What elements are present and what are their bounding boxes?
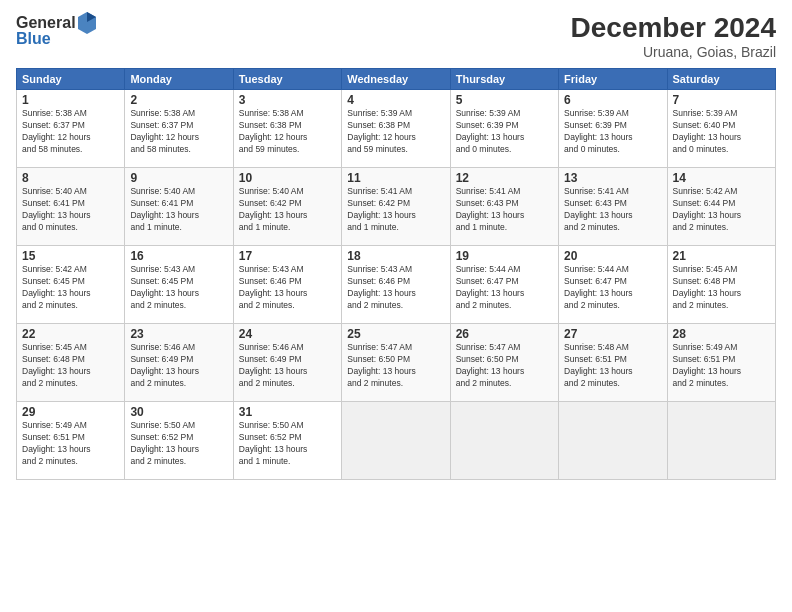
- day-info: Sunrise: 5:46 AMSunset: 6:49 PMDaylight:…: [239, 342, 336, 390]
- table-row: 14Sunrise: 5:42 AMSunset: 6:44 PMDayligh…: [667, 168, 775, 246]
- day-info: Sunrise: 5:43 AMSunset: 6:46 PMDaylight:…: [347, 264, 444, 312]
- table-row: 10Sunrise: 5:40 AMSunset: 6:42 PMDayligh…: [233, 168, 341, 246]
- day-number: 12: [456, 171, 553, 185]
- day-number: 17: [239, 249, 336, 263]
- day-number: 31: [239, 405, 336, 419]
- table-row: 29Sunrise: 5:49 AMSunset: 6:51 PMDayligh…: [17, 402, 125, 480]
- table-row: 24Sunrise: 5:46 AMSunset: 6:49 PMDayligh…: [233, 324, 341, 402]
- day-number: 22: [22, 327, 119, 341]
- col-friday: Friday: [559, 69, 667, 90]
- day-number: 25: [347, 327, 444, 341]
- day-number: 3: [239, 93, 336, 107]
- day-info: Sunrise: 5:44 AMSunset: 6:47 PMDaylight:…: [564, 264, 661, 312]
- day-info: Sunrise: 5:49 AMSunset: 6:51 PMDaylight:…: [673, 342, 770, 390]
- table-row: 28Sunrise: 5:49 AMSunset: 6:51 PMDayligh…: [667, 324, 775, 402]
- day-number: 18: [347, 249, 444, 263]
- day-info: Sunrise: 5:46 AMSunset: 6:49 PMDaylight:…: [130, 342, 227, 390]
- day-info: Sunrise: 5:40 AMSunset: 6:41 PMDaylight:…: [22, 186, 119, 234]
- day-number: 24: [239, 327, 336, 341]
- table-row: 3Sunrise: 5:38 AMSunset: 6:38 PMDaylight…: [233, 90, 341, 168]
- day-number: 19: [456, 249, 553, 263]
- day-number: 16: [130, 249, 227, 263]
- day-number: 11: [347, 171, 444, 185]
- day-number: 27: [564, 327, 661, 341]
- day-number: 29: [22, 405, 119, 419]
- day-info: Sunrise: 5:43 AMSunset: 6:45 PMDaylight:…: [130, 264, 227, 312]
- table-row: 30Sunrise: 5:50 AMSunset: 6:52 PMDayligh…: [125, 402, 233, 480]
- table-row: 2Sunrise: 5:38 AMSunset: 6:37 PMDaylight…: [125, 90, 233, 168]
- day-number: 8: [22, 171, 119, 185]
- day-info: Sunrise: 5:39 AMSunset: 6:39 PMDaylight:…: [456, 108, 553, 156]
- logo-blue: Blue: [16, 30, 51, 48]
- table-row: 31Sunrise: 5:50 AMSunset: 6:52 PMDayligh…: [233, 402, 341, 480]
- day-info: Sunrise: 5:42 AMSunset: 6:45 PMDaylight:…: [22, 264, 119, 312]
- day-info: Sunrise: 5:39 AMSunset: 6:40 PMDaylight:…: [673, 108, 770, 156]
- month-title: December 2024: [571, 12, 776, 44]
- day-info: Sunrise: 5:47 AMSunset: 6:50 PMDaylight:…: [456, 342, 553, 390]
- table-row: 17Sunrise: 5:43 AMSunset: 6:46 PMDayligh…: [233, 246, 341, 324]
- table-row: [342, 402, 450, 480]
- table-row: 4Sunrise: 5:39 AMSunset: 6:38 PMDaylight…: [342, 90, 450, 168]
- day-info: Sunrise: 5:39 AMSunset: 6:39 PMDaylight:…: [564, 108, 661, 156]
- day-number: 9: [130, 171, 227, 185]
- day-info: Sunrise: 5:38 AMSunset: 6:37 PMDaylight:…: [130, 108, 227, 156]
- day-number: 10: [239, 171, 336, 185]
- table-row: [559, 402, 667, 480]
- day-number: 5: [456, 93, 553, 107]
- page-container: General Blue December 2024 Uruana, Goias…: [0, 0, 792, 612]
- day-number: 7: [673, 93, 770, 107]
- day-number: 14: [673, 171, 770, 185]
- table-row: 11Sunrise: 5:41 AMSunset: 6:42 PMDayligh…: [342, 168, 450, 246]
- day-info: Sunrise: 5:39 AMSunset: 6:38 PMDaylight:…: [347, 108, 444, 156]
- day-number: 13: [564, 171, 661, 185]
- table-row: 9Sunrise: 5:40 AMSunset: 6:41 PMDaylight…: [125, 168, 233, 246]
- day-info: Sunrise: 5:42 AMSunset: 6:44 PMDaylight:…: [673, 186, 770, 234]
- day-number: 26: [456, 327, 553, 341]
- table-row: [450, 402, 558, 480]
- day-number: 21: [673, 249, 770, 263]
- day-number: 30: [130, 405, 227, 419]
- table-row: 21Sunrise: 5:45 AMSunset: 6:48 PMDayligh…: [667, 246, 775, 324]
- logo: General Blue: [16, 12, 98, 48]
- day-number: 6: [564, 93, 661, 107]
- calendar-week-row: 8Sunrise: 5:40 AMSunset: 6:41 PMDaylight…: [17, 168, 776, 246]
- col-sunday: Sunday: [17, 69, 125, 90]
- table-row: 27Sunrise: 5:48 AMSunset: 6:51 PMDayligh…: [559, 324, 667, 402]
- table-row: 12Sunrise: 5:41 AMSunset: 6:43 PMDayligh…: [450, 168, 558, 246]
- day-info: Sunrise: 5:44 AMSunset: 6:47 PMDaylight:…: [456, 264, 553, 312]
- col-saturday: Saturday: [667, 69, 775, 90]
- table-row: 18Sunrise: 5:43 AMSunset: 6:46 PMDayligh…: [342, 246, 450, 324]
- table-row: 8Sunrise: 5:40 AMSunset: 6:41 PMDaylight…: [17, 168, 125, 246]
- table-row: 16Sunrise: 5:43 AMSunset: 6:45 PMDayligh…: [125, 246, 233, 324]
- calendar-week-row: 15Sunrise: 5:42 AMSunset: 6:45 PMDayligh…: [17, 246, 776, 324]
- day-info: Sunrise: 5:40 AMSunset: 6:41 PMDaylight:…: [130, 186, 227, 234]
- day-info: Sunrise: 5:48 AMSunset: 6:51 PMDaylight:…: [564, 342, 661, 390]
- title-block: December 2024 Uruana, Goias, Brazil: [571, 12, 776, 60]
- calendar-header-row: Sunday Monday Tuesday Wednesday Thursday…: [17, 69, 776, 90]
- subtitle: Uruana, Goias, Brazil: [571, 44, 776, 60]
- table-row: 22Sunrise: 5:45 AMSunset: 6:48 PMDayligh…: [17, 324, 125, 402]
- day-info: Sunrise: 5:50 AMSunset: 6:52 PMDaylight:…: [130, 420, 227, 468]
- day-number: 20: [564, 249, 661, 263]
- day-number: 28: [673, 327, 770, 341]
- day-info: Sunrise: 5:41 AMSunset: 6:42 PMDaylight:…: [347, 186, 444, 234]
- col-monday: Monday: [125, 69, 233, 90]
- table-row: 5Sunrise: 5:39 AMSunset: 6:39 PMDaylight…: [450, 90, 558, 168]
- day-info: Sunrise: 5:47 AMSunset: 6:50 PMDaylight:…: [347, 342, 444, 390]
- day-number: 4: [347, 93, 444, 107]
- day-number: 2: [130, 93, 227, 107]
- day-info: Sunrise: 5:41 AMSunset: 6:43 PMDaylight:…: [456, 186, 553, 234]
- col-tuesday: Tuesday: [233, 69, 341, 90]
- table-row: 19Sunrise: 5:44 AMSunset: 6:47 PMDayligh…: [450, 246, 558, 324]
- table-row: 23Sunrise: 5:46 AMSunset: 6:49 PMDayligh…: [125, 324, 233, 402]
- table-row: 20Sunrise: 5:44 AMSunset: 6:47 PMDayligh…: [559, 246, 667, 324]
- day-info: Sunrise: 5:50 AMSunset: 6:52 PMDaylight:…: [239, 420, 336, 468]
- day-info: Sunrise: 5:45 AMSunset: 6:48 PMDaylight:…: [22, 342, 119, 390]
- table-row: 6Sunrise: 5:39 AMSunset: 6:39 PMDaylight…: [559, 90, 667, 168]
- logo-icon: [78, 12, 96, 34]
- day-info: Sunrise: 5:38 AMSunset: 6:37 PMDaylight:…: [22, 108, 119, 156]
- table-row: 13Sunrise: 5:41 AMSunset: 6:43 PMDayligh…: [559, 168, 667, 246]
- table-row: 7Sunrise: 5:39 AMSunset: 6:40 PMDaylight…: [667, 90, 775, 168]
- calendar-table: Sunday Monday Tuesday Wednesday Thursday…: [16, 68, 776, 480]
- calendar-week-row: 1Sunrise: 5:38 AMSunset: 6:37 PMDaylight…: [17, 90, 776, 168]
